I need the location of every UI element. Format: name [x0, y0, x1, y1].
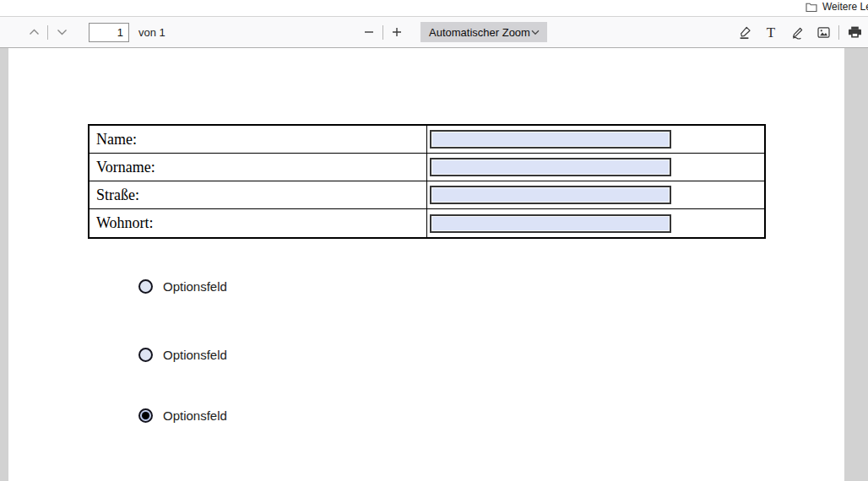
stamp-tool-button[interactable]: [812, 21, 834, 43]
other-bookmarks-button[interactable]: Weitere Le: [806, 1, 868, 13]
strasse-field[interactable]: [430, 186, 671, 204]
form-table: Name: Vorname: Straße:: [88, 124, 766, 239]
table-row: Vorname:: [90, 154, 764, 181]
radio-label: Optionsfeld: [163, 279, 227, 294]
name-field[interactable]: [430, 130, 671, 149]
previous-page-button[interactable]: [23, 21, 45, 43]
pen-icon: [790, 25, 805, 40]
chevron-down-icon: [57, 29, 68, 35]
page-count-label: von 1: [138, 26, 165, 39]
zoom-in-button[interactable]: [386, 21, 408, 43]
plus-icon: [392, 27, 402, 37]
zoom-out-button[interactable]: [358, 21, 380, 43]
radio-button-3[interactable]: [138, 408, 153, 423]
bookmarks-bar: Weitere Le: [0, 0, 868, 16]
pdf-viewer-window: Weitere Le von 1: [0, 0, 868, 481]
other-bookmarks-label: Weitere Le: [822, 1, 868, 13]
highlighter-icon: [738, 25, 752, 40]
zoom-level-select[interactable]: Automatischer Zoom: [420, 22, 547, 42]
toolbar-divider: [382, 25, 383, 40]
pdf-page: Name: Vorname: Straße:: [8, 48, 844, 481]
field-label-name: Name:: [90, 126, 427, 153]
page-number-input[interactable]: [89, 23, 129, 42]
wohnort-field[interactable]: [430, 214, 671, 233]
radio-button-2[interactable]: [138, 348, 153, 362]
print-button[interactable]: [844, 21, 865, 43]
image-icon: [816, 25, 831, 40]
radio-label: Optionsfeld: [163, 348, 227, 362]
editor-tools-group: T: [734, 17, 865, 47]
pdf-toolbar: von 1 Automatischer Zoom: [0, 16, 868, 48]
viewer-container[interactable]: Name: Vorname: Straße:: [0, 48, 868, 481]
zoom-level-value: Automatischer Zoom: [429, 26, 530, 39]
folder-icon: [806, 2, 817, 13]
field-label-vorname: Vorname:: [90, 154, 427, 181]
radio-option-1: Optionsfeld: [138, 278, 227, 294]
chevron-up-icon: [29, 29, 40, 35]
ink-tool-button[interactable]: [786, 21, 808, 43]
toolbar-divider: [47, 25, 48, 40]
field-label-wohnort: Wohnort:: [90, 209, 427, 237]
next-page-button[interactable]: [51, 21, 73, 43]
table-row: Wohnort:: [90, 209, 764, 237]
toolbar-divider: [838, 25, 839, 40]
radio-option-3: Optionsfeld: [138, 408, 227, 423]
table-row: Name:: [90, 126, 764, 154]
text-tool-icon: T: [767, 25, 775, 40]
printer-icon: [848, 25, 862, 40]
radio-label: Optionsfeld: [163, 408, 227, 423]
zoom-controls-group: Automatischer Zoom: [358, 17, 547, 47]
radio-option-2: Optionsfeld: [138, 347, 227, 362]
freetext-tool-button[interactable]: T: [760, 21, 782, 43]
field-label-strasse: Straße:: [90, 181, 427, 208]
highlight-tool-button[interactable]: [734, 21, 756, 43]
minus-icon: [364, 27, 374, 37]
table-row: Straße:: [90, 181, 764, 209]
vorname-field[interactable]: [430, 158, 671, 176]
radio-button-1[interactable]: [138, 279, 153, 294]
page-navigation-group: von 1: [23, 17, 165, 47]
chevron-down-icon: [531, 30, 540, 35]
